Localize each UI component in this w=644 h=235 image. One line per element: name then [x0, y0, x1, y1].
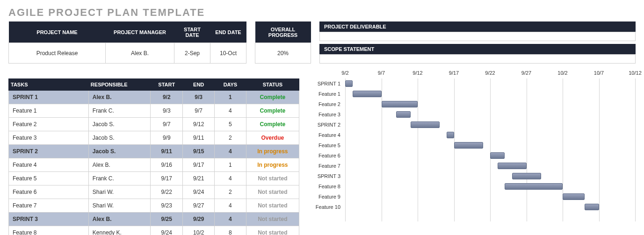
cell-resp: Jacob S.	[88, 118, 150, 131]
th-days: DAYS	[215, 79, 246, 91]
gantt-tick-label: 9/7	[378, 70, 385, 76]
table-row[interactable]: Feature 2Jacob S.9/79/125Complete	[9, 118, 299, 131]
table-row[interactable]: SPRINT 2Jacob S.9/119/154In progress	[9, 145, 299, 158]
cell-start: 9/9	[151, 131, 183, 145]
gantt-bar[interactable]	[447, 132, 454, 138]
hdr-start-date: START DATE	[174, 21, 210, 43]
cell-status: Not started	[246, 199, 299, 213]
cell-start: 9/16	[151, 158, 183, 172]
gantt-bar[interactable]	[563, 193, 585, 200]
gantt-bar[interactable]	[498, 163, 527, 169]
table-row[interactable]: SPRINT 3Alex B.9/259/294Not started	[9, 213, 299, 226]
cell-resp: Shari W.	[88, 185, 150, 199]
gantt-row-label: Feature 5	[308, 140, 345, 150]
cell-resp: Jacob S.	[88, 131, 150, 145]
gantt-tick-label: 9/17	[449, 70, 459, 76]
gantt-bar[interactable]	[411, 121, 440, 128]
cell-days: 1	[215, 158, 246, 172]
table-row[interactable]: Feature 6Shari W.9/229/242Not started	[9, 185, 299, 199]
cell-end: 10/2	[183, 226, 215, 235]
gantt-bar[interactable]	[512, 173, 541, 179]
cell-start: 9/22	[151, 185, 183, 199]
val-start-date[interactable]: 2-Sep	[174, 43, 210, 64]
th-start: START	[151, 79, 183, 91]
cell-end: 9/29	[183, 213, 215, 226]
cell-status: Complete	[246, 91, 299, 104]
val-project-manager[interactable]: Alex B.	[106, 43, 174, 64]
cell-status: Complete	[246, 118, 299, 131]
hdr-overall-progress: OVERALL PROGRESS	[255, 21, 311, 43]
cell-resp: Kennedy K.	[88, 226, 150, 235]
gantt-gridline	[563, 78, 563, 221]
cell-start: 9/11	[151, 145, 183, 158]
val-deliverable[interactable]	[319, 32, 636, 41]
cell-days: 4	[215, 213, 246, 226]
cell-resp: Alex B.	[88, 158, 150, 172]
gantt-tick-label: 9/22	[485, 70, 495, 76]
gantt-row-label: Feature 7	[308, 161, 345, 171]
cell-days: 1	[215, 91, 246, 104]
gantt-row-label: Feature 2	[308, 99, 345, 109]
val-scope[interactable]	[319, 54, 636, 64]
gantt-row-label: Feature 10	[308, 202, 345, 212]
cell-task: SPRINT 3	[9, 213, 89, 226]
cell-days: 4	[215, 104, 246, 118]
cell-days: 2	[215, 131, 246, 145]
right-column: PROJECT DELIVERABLE SCOPE STATEMENT	[319, 21, 636, 64]
gantt-row-label: SPRINT 2	[308, 120, 345, 130]
cell-days: 2	[215, 185, 246, 199]
table-row[interactable]: SPRINT 1Alex B.9/29/31Complete	[9, 91, 299, 104]
gantt-bar[interactable]	[382, 101, 418, 107]
table-row[interactable]: Feature 7Shari W.9/239/274Not started	[9, 199, 299, 213]
cell-resp: Alex B.	[88, 91, 150, 104]
cell-start: 9/24	[151, 226, 183, 235]
cell-start: 9/25	[151, 213, 183, 226]
th-end: END	[183, 79, 215, 91]
hdr-scope: SCOPE STATEMENT	[319, 44, 636, 54]
gantt-row-label: Feature 4	[308, 130, 345, 140]
cell-status: Not started	[246, 172, 299, 185]
val-end-date[interactable]: 10-Oct	[210, 43, 246, 64]
cell-status: Not started	[246, 213, 299, 226]
cell-task: Feature 2	[9, 118, 89, 131]
table-row[interactable]: Feature 8Kennedy K.9/2410/28Not started	[9, 226, 299, 235]
gantt-row-label: Feature 9	[308, 192, 345, 202]
cell-start: 9/17	[151, 172, 183, 185]
table-row[interactable]: Feature 3Jacob S.9/99/112Overdue	[9, 131, 299, 145]
gantt-bar[interactable]	[396, 111, 411, 118]
cell-task: Feature 3	[9, 131, 89, 145]
overall-progress-table: OVERALL PROGRESS 20%	[255, 21, 311, 64]
th-tasks: TASKS	[9, 79, 89, 91]
cell-end: 9/21	[183, 172, 215, 185]
cell-end: 9/24	[183, 185, 215, 199]
val-overall-progress: 20%	[255, 43, 311, 64]
cell-resp: Jacob S.	[88, 145, 150, 158]
cell-days: 4	[215, 172, 246, 185]
cell-status: Not started	[246, 185, 299, 199]
table-row[interactable]: Feature 4Alex B.9/169/171In progress	[9, 158, 299, 172]
gantt-row-label: SPRINT 1	[308, 78, 345, 89]
gantt-gridline	[418, 78, 418, 221]
gantt-tick-label: 9/27	[521, 70, 531, 76]
table-row[interactable]: Feature 1Frank C.9/39/74Complete	[9, 104, 299, 118]
gantt-bar[interactable]	[505, 183, 563, 190]
gantt-gridline	[599, 78, 600, 221]
cell-task: Feature 1	[9, 104, 89, 118]
cell-end: 9/15	[183, 145, 215, 158]
gantt-bar[interactable]	[585, 204, 599, 210]
page-title: AGILE PROJECT PLAN TEMPLATE	[8, 7, 636, 19]
cell-end: 9/27	[183, 199, 215, 213]
gantt-bar[interactable]	[454, 142, 483, 149]
gantt-bar[interactable]	[345, 80, 353, 87]
cell-days: 4	[215, 145, 246, 158]
cell-task: Feature 6	[9, 185, 89, 199]
gantt-bar[interactable]	[490, 152, 505, 159]
cell-resp: Alex B.	[88, 213, 150, 226]
val-project-name[interactable]: Product Release	[9, 43, 106, 64]
cell-task: Feature 4	[9, 158, 89, 172]
hdr-deliverable: PROJECT DELIVERABLE	[319, 21, 636, 32]
gantt-bar[interactable]	[353, 91, 382, 97]
cell-task: Feature 7	[9, 199, 89, 213]
table-row[interactable]: Feature 5Frank C.9/179/214Not started	[9, 172, 299, 185]
cell-status: In progress	[246, 145, 299, 158]
